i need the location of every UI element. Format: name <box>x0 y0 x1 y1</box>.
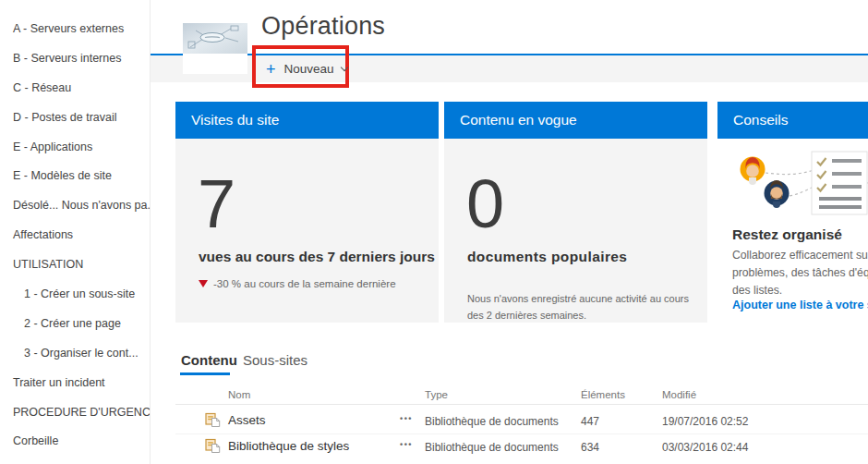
trend-down-icon <box>199 280 208 287</box>
new-button-label: Nouveau <box>284 62 334 76</box>
tips-card-body: Restez organisé Collaborez efficacement … <box>717 139 868 323</box>
row-name[interactable]: Assets <box>228 413 266 427</box>
sidebar-nav: A - Serveurs externesB - Serveurs intern… <box>0 0 151 464</box>
visits-trend: -30 % au cours de la semaine dernière <box>199 278 396 289</box>
table-header-divider <box>175 404 868 405</box>
row-items-count: 634 <box>581 441 599 454</box>
sidebar-item[interactable]: PROCEDURE D'URGENCE <box>0 397 150 427</box>
row-items-count: 447 <box>581 415 599 428</box>
new-button[interactable]: + Nouveau <box>266 56 347 81</box>
tab-sous-sites[interactable]: Sous-sites <box>243 352 307 368</box>
tips-card: Conseils <box>717 102 868 323</box>
tips-card-title: Conseils <box>717 102 868 139</box>
collaboration-checklist-illustration <box>730 150 868 224</box>
tab-contenu[interactable]: Contenu <box>181 352 237 368</box>
row-menu-ellipsis[interactable]: ••• <box>400 440 413 449</box>
sidebar-item[interactable]: E - Modèles de site <box>0 161 150 190</box>
trending-card-body: 0 documents populaires Nous n'avons enre… <box>444 139 707 323</box>
popular-docs-count: 0 <box>466 170 504 238</box>
site-logo[interactable] <box>183 7 247 74</box>
row-type: Bibliothèque de documents <box>425 415 559 428</box>
table-row[interactable]: Bibliothèque de styles•••Bibliothèque de… <box>175 433 868 459</box>
column-header-nom[interactable]: Nom <box>228 389 250 400</box>
sidebar-item[interactable]: 2 - Créer une page <box>0 309 150 338</box>
sidebar-item[interactable]: C - Réseau <box>0 73 150 103</box>
add-list-link[interactable]: Ajouter une liste à votre site <box>732 299 868 311</box>
popular-docs-label: documents populaires <box>467 249 627 265</box>
column-header-type[interactable]: Type <box>425 389 448 400</box>
row-name[interactable]: Bibliothèque de styles <box>228 439 349 453</box>
row-menu-ellipsis[interactable]: ••• <box>400 414 413 423</box>
tips-heading: Restez organisé <box>732 226 842 243</box>
operations-site-page: A - Serveurs externesB - Serveurs intern… <box>0 0 868 464</box>
sidebar-item[interactable]: Affectations <box>0 220 150 250</box>
chevron-down-icon <box>340 64 347 71</box>
column-header-modifie[interactable]: Modifié <box>662 389 696 400</box>
trending-note: Nous n'avons enregistré aucune activité … <box>467 291 704 324</box>
trending-content-card: Contenu en vogue 0 documents populaires … <box>444 102 707 323</box>
sidebar-item[interactable]: Corbeille <box>0 426 150 456</box>
site-logo-image <box>183 23 247 54</box>
sidebar-item[interactable]: UTILISATION <box>0 250 150 279</box>
table-row[interactable]: Assets•••Bibliothèque de documents44719/… <box>175 408 868 433</box>
sidebar-item[interactable]: E - Applications <box>0 132 150 162</box>
visits-label: vues au cours des 7 derniers jours <box>199 249 435 265</box>
document-library-icon <box>205 438 221 454</box>
sidebar-item[interactable]: 3 - Organiser le cont... <box>0 338 150 368</box>
column-header-elements[interactable]: Éléments <box>581 389 625 400</box>
sidebar-item[interactable]: 1 - Créer un sous-site <box>0 279 150 309</box>
sidebar-item[interactable]: A - Serveurs externes <box>0 14 150 43</box>
row-modified-date: 03/03/2016 02:44 <box>662 441 748 454</box>
page-title: Opérations <box>261 12 385 41</box>
visits-count: 7 <box>198 170 235 238</box>
plus-icon: + <box>266 61 276 78</box>
row-type: Bibliothèque de documents <box>425 441 559 454</box>
visits-trend-text: -30 % au cours de la semaine dernière <box>213 278 396 289</box>
document-library-icon <box>205 412 221 428</box>
site-visits-card-title: Visites du site <box>175 102 439 139</box>
tips-description: Collaborez efficacement sur des problème… <box>732 247 868 299</box>
sidebar-item[interactable]: Traiter un incident <box>0 368 150 397</box>
active-tab-underline <box>180 372 230 375</box>
command-bar <box>151 55 868 82</box>
trending-card-title: Contenu en vogue <box>444 102 707 139</box>
sidebar-item[interactable]: D - Postes de travail <box>0 103 150 132</box>
sidebar-item[interactable]: Désolé... Nous n'avons pa... <box>0 190 150 220</box>
site-visits-card-body: 7 vues au cours des 7 derniers jours -30… <box>175 139 439 323</box>
sidebar-item[interactable]: B - Serveurs internes <box>0 43 150 73</box>
site-visits-card: Visites du site 7 vues au cours des 7 de… <box>175 102 439 323</box>
row-modified-date: 19/07/2016 02:52 <box>662 415 748 428</box>
